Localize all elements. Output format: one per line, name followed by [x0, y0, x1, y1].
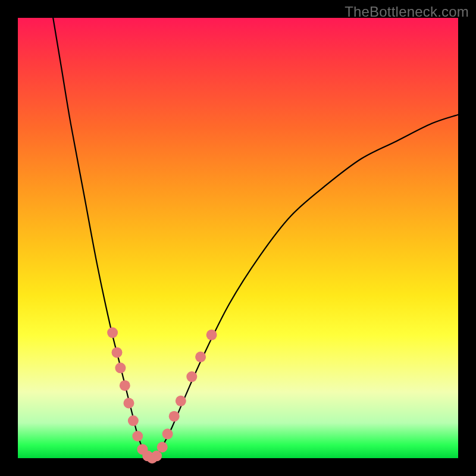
- marker-dot: [206, 330, 217, 340]
- marker-dot: [128, 415, 139, 426]
- plot-area: [18, 18, 458, 458]
- marker-dot: [157, 442, 168, 453]
- curve-svg: [18, 18, 458, 458]
- marker-dot: [176, 396, 186, 406]
- marker-dot: [162, 428, 173, 439]
- marker-dot: [132, 431, 143, 441]
- marker-dot: [107, 327, 118, 338]
- marker-dot: [115, 362, 126, 373]
- marker-dot: [151, 450, 162, 461]
- marker-dot: [112, 347, 123, 358]
- marker-dot: [123, 398, 134, 409]
- chart-frame: TheBottleneck.com: [0, 0, 476, 476]
- marker-dot: [169, 411, 180, 422]
- marker-dot: [195, 352, 206, 362]
- bottleneck-curve: [53, 18, 458, 459]
- marker-group: [107, 327, 217, 464]
- marker-dot: [120, 380, 130, 391]
- marker-dot: [186, 371, 197, 382]
